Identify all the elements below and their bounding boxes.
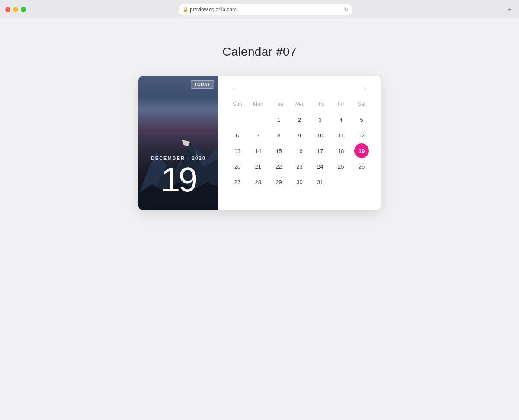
table-row[interactable]: 2 xyxy=(292,112,307,127)
table-row xyxy=(354,175,369,189)
table-row[interactable]: 11 xyxy=(333,128,348,143)
page-content: Calendar #07 TODAY DECEMBER - 2020 19 xyxy=(0,19,519,227)
new-tab-button[interactable]: + xyxy=(505,5,514,14)
table-row[interactable]: 9 xyxy=(292,128,307,143)
table-row[interactable]: 23 xyxy=(292,159,307,174)
table-row[interactable]: 24 xyxy=(313,159,327,174)
day-headers: Sun Mon Tue Wed Thu Fri Sat xyxy=(227,99,372,109)
table-row[interactable]: 19 xyxy=(354,143,369,158)
table-row[interactable]: 12 xyxy=(354,128,369,143)
table-row[interactable]: 27 xyxy=(230,175,245,189)
table-row[interactable]: 20 xyxy=(230,159,245,174)
table-row[interactable]: 18 xyxy=(333,143,348,158)
table-row[interactable]: 21 xyxy=(251,159,266,174)
table-row[interactable]: 14 xyxy=(251,143,266,158)
table-row[interactable]: 15 xyxy=(272,143,286,158)
reload-icon[interactable]: ↻ xyxy=(344,6,348,13)
table-row[interactable]: 26 xyxy=(354,159,369,174)
day-header-mon: Mon xyxy=(248,99,269,109)
table-row[interactable]: 8 xyxy=(272,128,286,143)
day-header-sat: Sat xyxy=(351,99,372,109)
table-row[interactable]: 4 xyxy=(333,112,348,127)
table-row xyxy=(230,112,245,127)
minimize-button[interactable] xyxy=(13,7,18,12)
calendar-widget: TODAY DECEMBER - 2020 19 ‹ › Sun Mon Tue… xyxy=(138,76,381,210)
table-row[interactable]: 31 xyxy=(313,175,327,189)
day-header-sun: Sun xyxy=(227,99,248,109)
day-header-wed: Wed xyxy=(289,99,310,109)
page-title: Calendar #07 xyxy=(222,45,297,59)
calendar-day-number: 19 xyxy=(138,162,218,197)
table-row[interactable]: 13 xyxy=(230,143,245,158)
table-row[interactable]: 7 xyxy=(251,128,266,143)
table-row[interactable]: 3 xyxy=(313,112,327,127)
lock-icon: 🔒 xyxy=(183,7,188,12)
maximize-button[interactable] xyxy=(21,7,26,12)
table-row[interactable]: 16 xyxy=(292,143,307,158)
table-row[interactable]: 17 xyxy=(313,143,327,158)
day-header-fri: Fri xyxy=(330,99,351,109)
calendar-date-info: DECEMBER - 2020 19 xyxy=(138,156,218,197)
calendar-days: 1234567891011121314151617181920212223242… xyxy=(227,112,372,189)
browser-chrome: 🔒 preview.colorlib.com ↻ + xyxy=(0,0,519,19)
calendar-grid: Sun Mon Tue Wed Thu Fri Sat 123456789101… xyxy=(227,99,372,189)
table-row[interactable]: 30 xyxy=(292,175,307,189)
day-header-tue: Tue xyxy=(269,99,289,109)
url-text: preview.colorlib.com xyxy=(190,6,237,13)
table-row[interactable]: 28 xyxy=(251,175,266,189)
calendar-right-panel: ‹ › Sun Mon Tue Wed Thu Fri Sat 12345678… xyxy=(218,76,381,210)
today-badge: TODAY xyxy=(191,80,214,89)
address-bar-wrapper: 🔒 preview.colorlib.com ↻ xyxy=(30,4,501,15)
next-month-button[interactable]: › xyxy=(360,83,370,93)
table-row xyxy=(333,175,348,189)
traffic-lights xyxy=(5,7,26,12)
table-row xyxy=(251,112,266,127)
close-button[interactable] xyxy=(5,7,10,12)
table-row[interactable]: 25 xyxy=(333,159,348,174)
address-bar[interactable]: 🔒 preview.colorlib.com ↻ xyxy=(179,4,352,15)
table-row[interactable]: 5 xyxy=(354,112,369,127)
table-row[interactable]: 1 xyxy=(272,112,286,127)
table-row[interactable]: 6 xyxy=(230,128,245,143)
calendar-nav: ‹ › xyxy=(227,83,372,93)
table-row[interactable]: 22 xyxy=(272,159,286,174)
table-row[interactable]: 29 xyxy=(272,175,286,189)
calendar-month-year: DECEMBER - 2020 xyxy=(138,156,218,161)
prev-month-button[interactable]: ‹ xyxy=(229,83,239,93)
calendar-left-panel: TODAY DECEMBER - 2020 19 xyxy=(138,76,218,210)
day-header-thu: Thu xyxy=(310,99,330,109)
table-row[interactable]: 10 xyxy=(313,128,327,143)
